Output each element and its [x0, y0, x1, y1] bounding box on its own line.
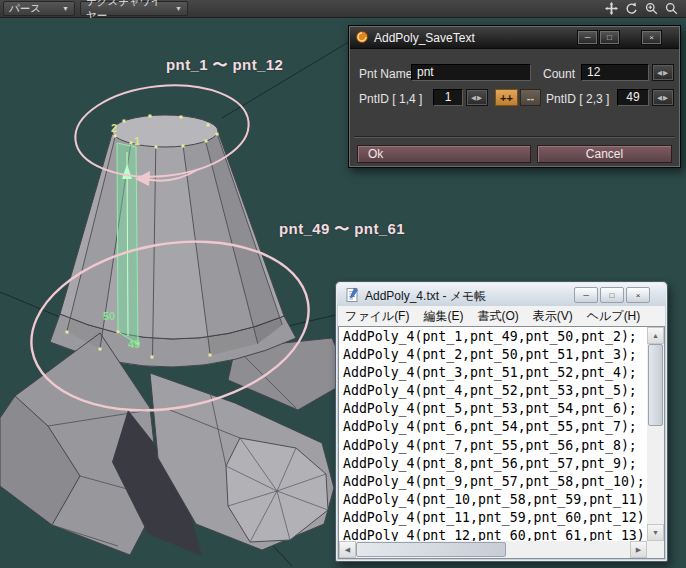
zoom-in-button[interactable]: [643, 1, 660, 16]
view-mode-label: パース: [9, 2, 41, 16]
text-editor[interactable]: AddPoly_4(pnt_1,pnt_49,pnt_50,pnt_2);Add…: [339, 327, 647, 541]
rotate-icon: [625, 2, 638, 15]
pntid-23-spinner[interactable]: ◀▶: [652, 89, 674, 106]
minimize-button[interactable]: ─: [577, 30, 598, 45]
minimize-icon: ─: [585, 33, 591, 42]
vertex-number-1: 1: [134, 135, 140, 147]
pntid-14-input[interactable]: 1: [433, 89, 463, 106]
pnt-name-label: Pnt Name: [359, 67, 412, 81]
shading-mode-dropdown[interactable]: テクスチャワイヤー ▼: [80, 1, 188, 16]
viewport-toolbar: パース ▼ テクスチャワイヤー ▼: [0, 0, 686, 18]
maximize-icon: □: [607, 33, 612, 42]
decrement-button[interactable]: --: [520, 89, 541, 106]
app-window: パース ▼ テクスチャワイヤー ▼: [0, 0, 686, 568]
minimize-button[interactable]: ─: [574, 287, 598, 303]
vertex-number-50: 50: [103, 310, 115, 322]
pntid-14-spinner[interactable]: ◀▶: [466, 89, 488, 106]
menu-item[interactable]: ヘルプ(H): [580, 307, 648, 326]
tetrapod-model: [0, 115, 350, 556]
addpoly-icon: [355, 30, 369, 44]
scroll-left-button[interactable]: ◀: [339, 541, 356, 558]
vertex-number-2: 2: [111, 122, 117, 134]
code-line: AddPoly_4(pnt_7,pnt_55,pnt_56,pnt_8);: [343, 437, 647, 455]
zoom-in-icon: [645, 2, 658, 15]
code-line: AddPoly_4(pnt_5,pnt_53,pnt_54,pnt_6);: [343, 400, 647, 418]
range-label-bottom: pnt_49 〜 pnt_61: [279, 220, 405, 239]
range-label-top: pnt_1 〜 pnt_12: [166, 56, 283, 75]
maximize-icon: □: [610, 291, 615, 300]
menu-item[interactable]: ファイル(F): [338, 307, 416, 326]
minimize-icon: ─: [583, 291, 589, 300]
cancel-button[interactable]: Cancel: [537, 145, 672, 163]
chevron-down-icon: ▼: [62, 5, 69, 12]
chevron-down-icon: ▼: [175, 5, 182, 12]
vertical-scroll-thumb[interactable]: [648, 344, 663, 426]
close-button[interactable]: ×: [641, 30, 662, 45]
pnt-name-input[interactable]: pnt: [411, 64, 531, 81]
menu-item[interactable]: 編集(E): [416, 307, 470, 326]
zoom-button[interactable]: [663, 1, 680, 16]
scroll-down-button[interactable]: ▼: [647, 524, 664, 541]
addpoly-dialog: AddPoly_SaveText ─ □ × Pnt Name pnt Coun…: [348, 25, 681, 168]
spinner-arrows-icon: ◀▶: [657, 69, 669, 77]
code-line: AddPoly_4(pnt_11,pnt_59,pnt_60,pnt_12);: [343, 509, 647, 527]
code-line: AddPoly_4(pnt_2,pnt_50,pnt_51,pnt_3);: [343, 346, 647, 364]
count-spinner[interactable]: ◀▶: [652, 64, 674, 81]
horizontal-scrollbar[interactable]: ◀ ▶: [339, 541, 647, 558]
menu-item[interactable]: 書式(O): [470, 307, 525, 326]
notepad-window: AddPoly_4.txt - メモ帳 ─ □ × ファイル(F)編集(E)書式…: [335, 281, 668, 562]
code-line: AddPoly_4(pnt_9,pnt_57,pnt_58,pnt_10);: [343, 473, 647, 491]
maximize-button[interactable]: □: [600, 287, 624, 303]
close-icon: ×: [636, 291, 641, 300]
magnifier-icon: [665, 2, 678, 15]
spinner-arrows-icon: ◀▶: [471, 94, 483, 102]
code-line: AddPoly_4(pnt_10,pnt_58,pnt_59,pnt_11);: [343, 491, 647, 509]
horizontal-scroll-thumb[interactable]: [356, 542, 506, 557]
close-button[interactable]: ×: [626, 287, 650, 303]
rotate-view-button[interactable]: [623, 1, 640, 16]
notepad-title: AddPoly_4.txt - メモ帳: [365, 288, 486, 305]
notepad-client: AddPoly_4(pnt_1,pnt_49,pnt_50,pnt_2);Add…: [338, 326, 665, 559]
scrollbar-corner: [647, 541, 664, 558]
spinner-arrows-icon: ◀▶: [657, 94, 669, 102]
notepad-titlebar[interactable]: AddPoly_4.txt - メモ帳 ─ □ ×: [337, 283, 666, 306]
maximize-button[interactable]: □: [599, 30, 620, 45]
code-line: AddPoly_4(pnt_3,pnt_51,pnt_52,pnt_4);: [343, 364, 647, 382]
increment-button[interactable]: ++: [495, 89, 518, 106]
view-tools: [603, 1, 683, 16]
ok-button[interactable]: Ok: [357, 145, 531, 163]
pan-button[interactable]: [603, 1, 620, 16]
count-label: Count: [543, 67, 575, 81]
move-icon: [605, 2, 618, 15]
dialog-separator: [354, 136, 675, 138]
dialog-title: AddPoly_SaveText: [374, 31, 475, 45]
scroll-up-icon: ▲: [652, 332, 659, 339]
view-mode-dropdown[interactable]: パース ▼: [3, 1, 75, 16]
code-line: AddPoly_4(pnt_12,pnt_60,pnt_61,pnt_13);: [343, 527, 647, 541]
pntid-14-label: PntID [ 1,4 ]: [359, 92, 422, 106]
scroll-up-button[interactable]: ▲: [647, 327, 664, 344]
scroll-left-icon: ◀: [345, 546, 350, 554]
pntid-23-input[interactable]: 49: [617, 89, 649, 106]
close-icon: ×: [649, 33, 654, 42]
vertex-number-49: 49: [128, 338, 140, 350]
code-line: AddPoly_4(pnt_8,pnt_56,pnt_57,pnt_9);: [343, 455, 647, 473]
notepad-icon: [344, 287, 360, 303]
menu-item[interactable]: 表示(V): [526, 307, 580, 326]
code-line: AddPoly_4(pnt_1,pnt_49,pnt_50,pnt_2);: [343, 328, 647, 346]
count-input[interactable]: 12: [581, 64, 649, 81]
scroll-down-icon: ▼: [652, 529, 659, 536]
code-line: AddPoly_4(pnt_4,pnt_52,pnt_53,pnt_5);: [343, 382, 647, 400]
dialog-titlebar[interactable]: AddPoly_SaveText ─ □ ×: [350, 27, 679, 49]
code-line: AddPoly_4(pnt_6,pnt_54,pnt_55,pnt_7);: [343, 418, 647, 436]
scroll-right-button[interactable]: ▶: [630, 541, 647, 558]
menu-bar: ファイル(F)編集(E)書式(O)表示(V)ヘルプ(H): [338, 306, 665, 327]
pntid-23-label: PntID [ 2,3 ]: [546, 92, 609, 106]
vertical-scrollbar[interactable]: ▲ ▼: [647, 327, 664, 541]
scroll-right-icon: ▶: [636, 546, 641, 554]
